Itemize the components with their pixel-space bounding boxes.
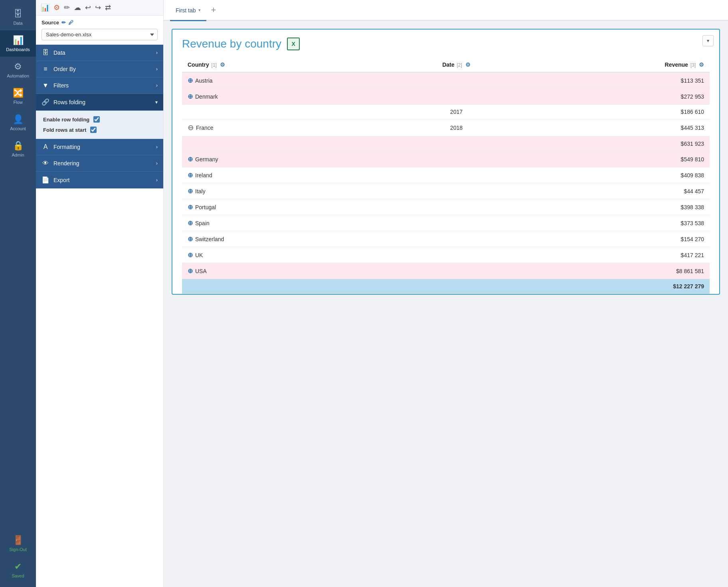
menu-filters-label: Filters bbox=[53, 82, 152, 89]
expand-icon[interactable]: ⊕ bbox=[188, 155, 193, 163]
panel-toolbar: 📊 ⚙ ✏ ☁ ↩ ↪ ⇄ bbox=[36, 0, 163, 16]
menu-formatting-label: Formatting bbox=[53, 144, 152, 150]
redo-toolbar-icon[interactable]: ↪ bbox=[95, 3, 101, 12]
automation-icon: ⚙ bbox=[14, 61, 22, 72]
source-link-icon[interactable]: 🖊 bbox=[68, 20, 73, 26]
nav-item-admin[interactable]: 🔒 Admin bbox=[0, 136, 36, 162]
content-panel: Revenue by country X ▾ Country [1] ⚙ Dat… bbox=[164, 21, 728, 587]
nav-label-data: Data bbox=[13, 21, 22, 26]
menu-item-filters[interactable]: ▼ Filters › bbox=[36, 77, 163, 94]
expand-icon[interactable]: ⊕ bbox=[188, 219, 193, 227]
col-header-date: Date [2] ⚙ bbox=[382, 58, 530, 72]
td-revenue: $154 270 bbox=[530, 231, 710, 247]
td-date bbox=[382, 137, 530, 151]
expand-icon[interactable]: ⊕ bbox=[188, 187, 193, 195]
menu-item-rendering[interactable]: 👁 Rendering › bbox=[36, 155, 163, 172]
menu-rendering-arrow: › bbox=[156, 161, 158, 166]
col-revenue-gear[interactable]: ⚙ bbox=[699, 61, 704, 68]
nav-label-flow: Flow bbox=[13, 100, 22, 105]
nav-item-signout[interactable]: 🚪 Sign-Out bbox=[0, 530, 36, 557]
nav-label-admin: Admin bbox=[12, 153, 24, 157]
tab-first-tab-label: First tab bbox=[176, 7, 196, 14]
expand-icon[interactable]: ⊕ bbox=[188, 93, 193, 100]
settings-toolbar-icon[interactable]: ⚙ bbox=[53, 3, 60, 12]
td-revenue: $631 923 bbox=[530, 137, 710, 151]
td-date bbox=[382, 167, 530, 183]
table-row: ⊕Denmark $272 953 bbox=[182, 89, 710, 105]
account-icon: 👤 bbox=[13, 114, 24, 125]
td-country-empty bbox=[182, 137, 382, 151]
td-revenue: $549 810 bbox=[530, 151, 710, 167]
collapse-icon[interactable]: ⊖ bbox=[188, 123, 194, 132]
td-date bbox=[382, 247, 530, 263]
col-country-label: Country bbox=[188, 61, 209, 68]
menu-orderby-arrow: › bbox=[156, 66, 158, 72]
country-name: Germany bbox=[195, 156, 218, 163]
cloud-toolbar-icon[interactable]: ☁ bbox=[74, 3, 81, 12]
nav-sidebar: 🗄 Data 📊 Dashboards ⚙ Automation 🔀 Flow … bbox=[0, 0, 36, 587]
widget-excel-icon: X bbox=[287, 38, 300, 50]
panel-sidebar: 📊 ⚙ ✏ ☁ ↩ ↪ ⇄ Source ✏ 🖊 Sales-demo-en.x… bbox=[36, 0, 164, 587]
source-edit-icon[interactable]: ✏ bbox=[61, 20, 66, 26]
td-revenue: $113 351 bbox=[530, 72, 710, 89]
widget-dropdown-button[interactable]: ▾ bbox=[702, 35, 714, 46]
menu-item-data[interactable]: 🗄 Data › bbox=[36, 45, 163, 61]
menu-formatting-icon: A bbox=[42, 143, 49, 151]
table-row: ⊕Italy $44 457 bbox=[182, 183, 710, 199]
data-icon: 🗄 bbox=[14, 9, 22, 19]
country-name: Spain bbox=[195, 220, 210, 226]
chart-toolbar-icon[interactable]: 📊 bbox=[41, 3, 49, 12]
td-revenue: $445 313 bbox=[530, 119, 710, 137]
nav-label-dashboards: Dashboards bbox=[6, 47, 30, 52]
undo-toolbar-icon[interactable]: ↩ bbox=[85, 3, 91, 12]
td-country: ⊕Austria bbox=[182, 72, 382, 89]
enable-row-folding-checkbox[interactable] bbox=[93, 116, 100, 123]
fold-rows-at-start-checkbox[interactable] bbox=[90, 127, 97, 133]
tab-first-tab-arrow[interactable]: ▾ bbox=[198, 8, 201, 13]
expand-icon[interactable]: ⊕ bbox=[188, 77, 193, 84]
source-file-select[interactable]: Sales-demo-en.xlsx bbox=[42, 29, 158, 40]
td-total-revenue: $12 227 279 bbox=[530, 279, 710, 294]
brush-toolbar-icon[interactable]: ✏ bbox=[64, 3, 70, 12]
expand-icon[interactable]: ⊕ bbox=[188, 251, 193, 259]
td-country: ⊕Denmark bbox=[182, 89, 382, 105]
nav-item-automation[interactable]: ⚙ Automation bbox=[0, 57, 36, 83]
menu-item-formatting[interactable]: A Formatting › bbox=[36, 139, 163, 155]
td-date bbox=[382, 199, 530, 215]
col-country-gear[interactable]: ⚙ bbox=[220, 61, 225, 68]
expand-icon[interactable]: ⊕ bbox=[188, 235, 193, 243]
menu-item-rows-folding[interactable]: 🔗 Rows folding ▾ bbox=[36, 94, 163, 111]
td-revenue: $44 457 bbox=[530, 183, 710, 199]
country-name: Denmark bbox=[195, 93, 218, 100]
country-name: Austria bbox=[195, 77, 213, 84]
nav-item-flow[interactable]: 🔀 Flow bbox=[0, 83, 36, 109]
expand-icon[interactable]: ⊕ bbox=[188, 203, 193, 211]
table-total-row: $12 227 279 bbox=[182, 279, 710, 294]
td-date bbox=[382, 151, 530, 167]
td-country: ⊕Italy bbox=[182, 183, 382, 199]
table-row: ⊕Austria $113 351 bbox=[182, 72, 710, 89]
menu-rendering-icon: 👁 bbox=[42, 160, 49, 167]
nav-label-signout: Sign-Out bbox=[9, 547, 26, 552]
col-date-num: [2] bbox=[457, 62, 462, 68]
td-date: 2017 bbox=[382, 105, 530, 119]
col-date-gear[interactable]: ⚙ bbox=[465, 61, 471, 68]
nav-item-data[interactable]: 🗄 Data bbox=[0, 4, 36, 30]
menu-item-export[interactable]: 📄 Export › bbox=[36, 172, 163, 188]
td-revenue: $373 538 bbox=[530, 215, 710, 231]
enable-row-folding-label: Enable row folding bbox=[43, 117, 89, 123]
table-row: ⊕UK $417 221 bbox=[182, 247, 710, 263]
tab-add-button[interactable]: + bbox=[208, 5, 220, 15]
table-row: 2017 $186 610 bbox=[182, 105, 710, 119]
menu-item-order-by[interactable]: ≡ Order By › bbox=[36, 61, 163, 77]
swap-toolbar-icon[interactable]: ⇄ bbox=[105, 3, 111, 12]
td-country: ⊕UK bbox=[182, 247, 382, 263]
country-name: France bbox=[196, 125, 214, 131]
tab-first-tab[interactable]: First tab ▾ bbox=[170, 0, 206, 21]
expand-icon[interactable]: ⊕ bbox=[188, 267, 193, 275]
col-header-country: Country [1] ⚙ bbox=[182, 58, 382, 72]
nav-item-account[interactable]: 👤 Account bbox=[0, 109, 36, 136]
nav-item-dashboards[interactable]: 📊 Dashboards bbox=[0, 30, 36, 57]
table-row: ⊕Germany $549 810 bbox=[182, 151, 710, 167]
expand-icon[interactable]: ⊕ bbox=[188, 171, 193, 179]
